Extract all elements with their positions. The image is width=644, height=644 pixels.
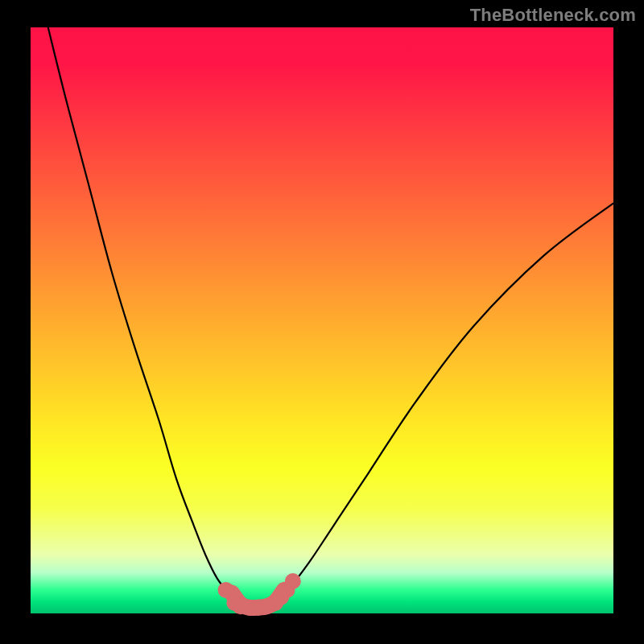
chart-svg [31,27,613,613]
marker-group [218,573,301,616]
left-curve [48,27,246,608]
chart-plot-area [31,27,613,613]
marker-point [285,573,301,589]
watermark-text: TheBottleneck.com [470,5,636,26]
right-curve [270,203,613,607]
chart-frame: TheBottleneck.com [0,0,644,644]
